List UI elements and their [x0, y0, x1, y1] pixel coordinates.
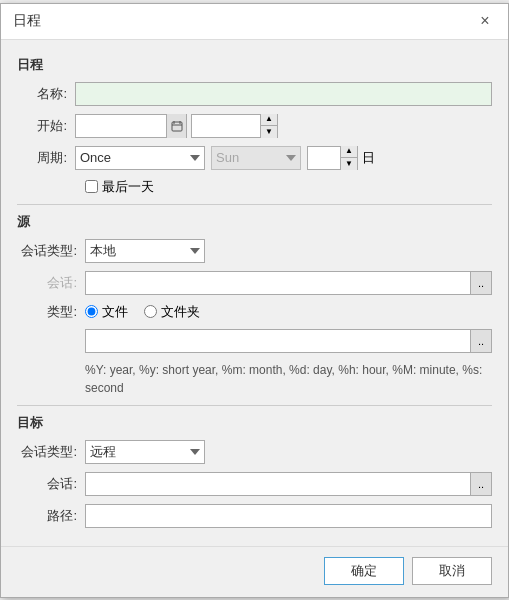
source-session-label: 会话: — [17, 274, 85, 292]
start-row: 开始: 2021/ 6/23 22:04:56 ▲ ▼ — [17, 114, 492, 138]
unit-label: 日 — [362, 149, 375, 167]
num-spin: ▲ ▼ — [340, 146, 357, 170]
source-session-browse-button[interactable]: .. — [470, 271, 492, 295]
time-down-button[interactable]: ▼ — [261, 126, 277, 138]
source-session-input[interactable] — [85, 271, 470, 295]
source-session-type-label: 会话类型: — [17, 242, 85, 260]
target-session-row: 会话: .. — [17, 472, 492, 496]
ok-button[interactable]: 确定 — [324, 557, 404, 585]
source-session-type-row: 会话类型: 本地 远程 — [17, 239, 492, 263]
time-group: 22:04:56 ▲ ▼ — [191, 114, 278, 138]
num-up-button[interactable]: ▲ — [341, 146, 357, 158]
source-session-row: 会话: .. — [17, 271, 492, 295]
type-file-radio[interactable] — [85, 305, 98, 318]
source-session-type-select[interactable]: 本地 远程 — [85, 239, 205, 263]
target-path-row: 路径: — [17, 504, 492, 528]
time-input[interactable]: 22:04:56 — [192, 115, 260, 137]
period-label: 周期: — [17, 149, 75, 167]
source-session-browse: .. — [85, 271, 492, 295]
file-path-browse: .. — [85, 329, 492, 353]
type-radio-group: 文件 文件夹 — [85, 303, 200, 321]
period-row: 周期: Once Daily Weekly Monthly Sun 1 ▲ ▼ — [17, 146, 492, 170]
dialog-title: 日程 — [13, 12, 41, 30]
target-path-label: 路径: — [17, 507, 85, 525]
file-path-input[interactable] — [85, 329, 470, 353]
last-day-checkbox[interactable] — [85, 180, 98, 193]
last-day-row: 最后一天 — [85, 178, 492, 196]
num-down-button[interactable]: ▼ — [341, 158, 357, 170]
cancel-button[interactable]: 取消 — [412, 557, 492, 585]
day-select[interactable]: Sun — [211, 146, 301, 170]
last-day-label: 最后一天 — [102, 178, 154, 196]
type-row: 类型: 文件 文件夹 — [17, 303, 492, 321]
date-group: 2021/ 6/23 22:04:56 ▲ ▼ — [75, 114, 278, 138]
file-path-row: .. — [17, 329, 492, 353]
target-path-input[interactable] — [85, 504, 492, 528]
target-session-browse: .. — [85, 472, 492, 496]
num-input[interactable]: 1 — [308, 147, 340, 169]
type-folder-label[interactable]: 文件夹 — [144, 303, 200, 321]
type-label: 类型: — [17, 303, 85, 321]
num-input-group: 1 ▲ ▼ — [307, 146, 358, 170]
type-folder-radio[interactable] — [144, 305, 157, 318]
dialog-footer: 确定 取消 — [1, 546, 508, 597]
num-group: 1 ▲ ▼ 日 — [307, 146, 375, 170]
calendar-button[interactable] — [166, 114, 186, 138]
type-file-label[interactable]: 文件 — [85, 303, 128, 321]
target-session-type-select[interactable]: 本地 远程 — [85, 440, 205, 464]
period-select[interactable]: Once Daily Weekly Monthly — [75, 146, 205, 170]
day-select-wrapper: Sun — [211, 146, 301, 170]
target-session-input[interactable] — [85, 472, 470, 496]
divider-1 — [17, 204, 492, 205]
title-bar: 日程 × — [1, 4, 508, 40]
type-file-text: 文件 — [102, 303, 128, 321]
target-session-type-row: 会话类型: 本地 远程 — [17, 440, 492, 464]
target-session-type-label: 会话类型: — [17, 443, 85, 461]
start-label: 开始: — [17, 117, 75, 135]
name-row: 名称: — [17, 82, 492, 106]
schedule-dialog: 日程 × 日程 名称: 开始: 2021/ 6/23 22:04:56 — [0, 3, 509, 598]
target-session-label: 会话: — [17, 475, 85, 493]
section-target: 目标 — [17, 414, 492, 432]
section-source: 源 — [17, 213, 492, 231]
date-input[interactable]: 2021/ 6/23 — [76, 115, 166, 137]
target-session-browse-button[interactable]: .. — [470, 472, 492, 496]
name-input[interactable] — [75, 82, 492, 106]
type-folder-text: 文件夹 — [161, 303, 200, 321]
file-path-browse-button[interactable]: .. — [470, 329, 492, 353]
name-label: 名称: — [17, 85, 75, 103]
section-schedule: 日程 — [17, 56, 492, 74]
time-spin: ▲ ▼ — [260, 114, 277, 138]
hint-text: %Y: year, %y: short year, %m: month, %d:… — [85, 361, 492, 397]
close-button[interactable]: × — [474, 10, 496, 32]
divider-2 — [17, 405, 492, 406]
dialog-body: 日程 名称: 开始: 2021/ 6/23 22:04:56 ▲ — [1, 40, 508, 546]
time-up-button[interactable]: ▲ — [261, 114, 277, 126]
